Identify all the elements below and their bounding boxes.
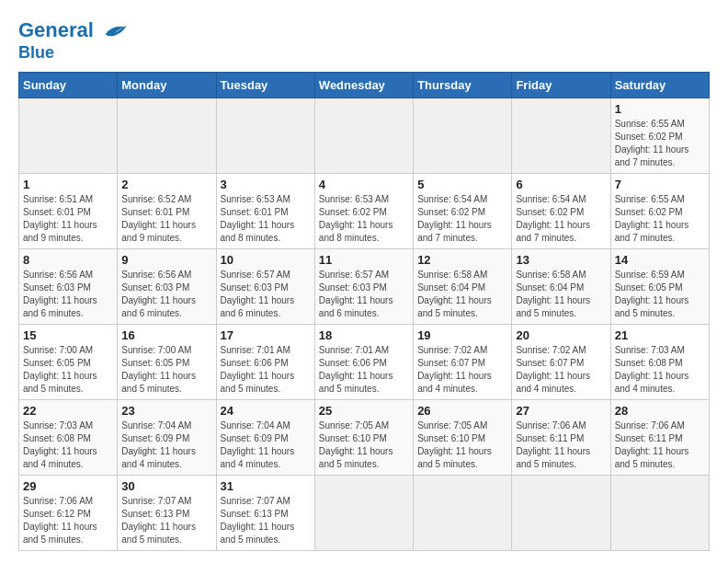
calendar-cell: 25Sunrise: 7:05 AMSunset: 6:10 PMDayligh… [314,399,413,475]
day-number: 9 [121,253,211,267]
day-info: Sunrise: 6:58 AMSunset: 6:04 PMDaylight:… [417,269,507,320]
day-of-week-header: Tuesday [216,72,314,98]
calendar-cell: 26Sunrise: 7:05 AMSunset: 6:10 PMDayligh… [414,399,512,475]
day-number: 28 [615,404,705,418]
calendar-cell: 22Sunrise: 7:03 AMSunset: 6:08 PMDayligh… [19,399,118,475]
day-number: 17 [221,328,311,342]
day-info: Sunrise: 6:57 AMSunset: 6:03 PMDaylight:… [319,269,409,320]
logo-text: General [18,18,128,44]
day-info: Sunrise: 7:01 AMSunset: 6:06 PMDaylight:… [319,344,409,396]
calendar-week-row: 8Sunrise: 6:56 AMSunset: 6:03 PMDaylight… [19,248,710,324]
calendar-cell: 10Sunrise: 6:57 AMSunset: 6:03 PMDayligh… [216,248,314,324]
day-number: 23 [121,404,211,418]
calendar-cell: 4Sunrise: 6:53 AMSunset: 6:02 PMDaylight… [314,173,413,248]
day-number: 15 [23,328,113,342]
calendar-cell: 20Sunrise: 7:02 AMSunset: 6:07 PMDayligh… [512,324,610,399]
day-number: 19 [417,328,507,342]
calendar-cell: 1Sunrise: 6:51 AMSunset: 6:01 PMDaylight… [19,173,118,248]
calendar-cell: 15Sunrise: 7:00 AMSunset: 6:05 PMDayligh… [19,324,118,399]
calendar-cell: 23Sunrise: 7:04 AMSunset: 6:09 PMDayligh… [118,399,216,475]
day-number: 6 [516,178,606,191]
calendar-cell: 7Sunrise: 6:55 AMSunset: 6:02 PMDaylight… [610,173,709,248]
calendar-cell: 11Sunrise: 6:57 AMSunset: 6:03 PMDayligh… [314,248,413,324]
day-info: Sunrise: 7:04 AMSunset: 6:09 PMDaylight:… [121,419,211,471]
day-number: 21 [615,328,705,342]
day-of-week-header: Thursday [414,72,512,98]
calendar-cell: 31Sunrise: 7:07 AMSunset: 6:13 PMDayligh… [216,475,314,550]
day-of-week-header: Saturday [610,72,709,98]
calendar-cell [414,98,512,173]
calendar-week-row: 1Sunrise: 6:51 AMSunset: 6:01 PMDaylight… [19,173,710,248]
calendar-cell: 13Sunrise: 6:58 AMSunset: 6:04 PMDayligh… [512,248,610,324]
day-info: Sunrise: 6:51 AMSunset: 6:01 PMDaylight:… [23,193,113,245]
calendar-cell: 18Sunrise: 7:01 AMSunset: 6:06 PMDayligh… [314,324,413,399]
calendar-body: 1Sunrise: 6:55 AMSunset: 6:02 PMDaylight… [19,98,710,550]
day-info: Sunrise: 7:02 AMSunset: 6:07 PMDaylight:… [516,344,606,396]
day-info: Sunrise: 7:03 AMSunset: 6:08 PMDaylight:… [23,419,113,471]
day-number: 16 [121,328,211,342]
calendar-week-row: 29Sunrise: 7:06 AMSunset: 6:12 PMDayligh… [19,475,710,550]
day-number: 29 [23,479,113,493]
day-info: Sunrise: 6:54 AMSunset: 6:02 PMDaylight:… [516,193,606,245]
day-of-week-header: Wednesday [314,72,413,98]
day-number: 1 [23,178,113,191]
calendar-cell: 9Sunrise: 6:56 AMSunset: 6:03 PMDaylight… [118,248,216,324]
calendar-table: SundayMondayTuesdayWednesdayThursdayFrid… [18,72,710,551]
day-number: 13 [516,253,606,267]
calendar-cell [512,98,610,173]
calendar-cell [512,475,610,550]
calendar-cell: 3Sunrise: 6:53 AMSunset: 6:01 PMDaylight… [216,173,314,248]
day-info: Sunrise: 7:01 AMSunset: 6:06 PMDaylight:… [221,344,311,396]
calendar-header-row: SundayMondayTuesdayWednesdayThursdayFrid… [19,72,710,98]
logo: General Blue [18,18,128,63]
calendar-cell: 29Sunrise: 7:06 AMSunset: 6:12 PMDayligh… [19,475,118,550]
calendar-cell: 6Sunrise: 6:54 AMSunset: 6:02 PMDaylight… [512,173,610,248]
day-info: Sunrise: 6:57 AMSunset: 6:03 PMDaylight:… [221,269,311,320]
day-number: 1 [615,102,705,116]
calendar-cell: 8Sunrise: 6:56 AMSunset: 6:03 PMDaylight… [19,248,118,324]
day-info: Sunrise: 7:04 AMSunset: 6:09 PMDaylight:… [221,419,311,471]
calendar-cell [118,98,216,173]
day-info: Sunrise: 6:53 AMSunset: 6:01 PMDaylight:… [221,193,311,245]
day-info: Sunrise: 7:06 AMSunset: 6:11 PMDaylight:… [615,419,705,471]
calendar-cell: 12Sunrise: 6:58 AMSunset: 6:04 PMDayligh… [414,248,512,324]
calendar-week-row: 15Sunrise: 7:00 AMSunset: 6:05 PMDayligh… [19,324,710,399]
day-number: 18 [319,328,409,342]
calendar-cell [314,98,413,173]
day-info: Sunrise: 6:53 AMSunset: 6:02 PMDaylight:… [319,193,409,245]
day-info: Sunrise: 7:03 AMSunset: 6:08 PMDaylight:… [615,344,705,396]
day-number: 7 [615,178,705,191]
day-of-week-header: Friday [512,72,610,98]
day-info: Sunrise: 6:55 AMSunset: 6:02 PMDaylight:… [615,193,705,245]
day-number: 2 [121,178,211,191]
page-header: General Blue [18,18,710,63]
calendar-cell: 1Sunrise: 6:55 AMSunset: 6:02 PMDaylight… [610,98,709,173]
day-number: 24 [221,404,311,418]
day-info: Sunrise: 7:05 AMSunset: 6:10 PMDaylight:… [319,419,409,471]
calendar-cell [216,98,314,173]
day-info: Sunrise: 7:00 AMSunset: 6:05 PMDaylight:… [121,344,211,396]
day-info: Sunrise: 7:07 AMSunset: 6:13 PMDaylight:… [221,495,311,546]
calendar-cell: 14Sunrise: 6:59 AMSunset: 6:05 PMDayligh… [610,248,709,324]
day-number: 8 [23,253,113,267]
calendar-cell: 2Sunrise: 6:52 AMSunset: 6:01 PMDaylight… [118,173,216,248]
day-number: 25 [319,404,409,418]
day-info: Sunrise: 7:06 AMSunset: 6:11 PMDaylight:… [516,419,606,471]
day-number: 22 [23,404,113,418]
calendar-cell: 19Sunrise: 7:02 AMSunset: 6:07 PMDayligh… [414,324,512,399]
day-info: Sunrise: 7:07 AMSunset: 6:13 PMDaylight:… [121,495,211,546]
day-number: 4 [319,178,409,191]
calendar-cell [19,98,118,173]
day-number: 10 [221,253,311,267]
day-number: 20 [516,328,606,342]
calendar-cell: 17Sunrise: 7:01 AMSunset: 6:06 PMDayligh… [216,324,314,399]
calendar-week-row: 22Sunrise: 7:03 AMSunset: 6:08 PMDayligh… [19,399,710,475]
day-info: Sunrise: 6:55 AMSunset: 6:02 PMDaylight:… [615,118,705,169]
calendar-cell [414,475,512,550]
logo-bird-icon [102,18,128,44]
day-of-week-header: Monday [118,72,216,98]
day-number: 14 [615,253,705,267]
calendar-cell: 16Sunrise: 7:00 AMSunset: 6:05 PMDayligh… [118,324,216,399]
calendar-cell: 5Sunrise: 6:54 AMSunset: 6:02 PMDaylight… [414,173,512,248]
calendar-cell: 28Sunrise: 7:06 AMSunset: 6:11 PMDayligh… [610,399,709,475]
